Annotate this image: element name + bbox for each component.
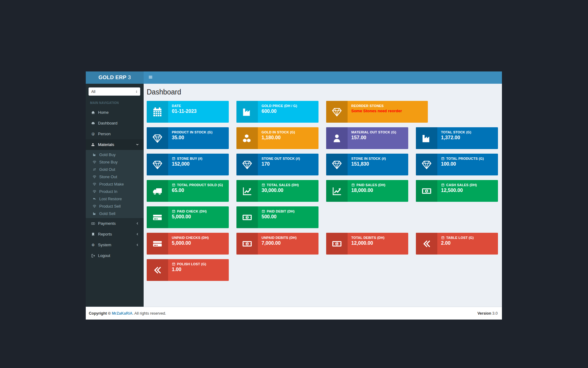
main-content: Dashboard DATE01-11-2023GOLD PRICE (DH /…: [144, 84, 502, 307]
infobox-value: Some Stones need reorder: [351, 109, 402, 113]
sidebar-item-payments[interactable]: Payments: [86, 218, 144, 229]
calendar-check-icon: [172, 183, 175, 187]
infobox-label-text: CASH SALES (DH): [446, 183, 477, 187]
infobox-body: TOTAL DEBITS (DH)12,000.00: [348, 233, 388, 255]
sidebar-subitem-product-in[interactable]: Product In: [86, 188, 144, 195]
svg-text:1: 1: [246, 242, 248, 245]
infobox-value: 12,000.00: [351, 240, 385, 246]
sidebar-item-label: Reports: [98, 232, 112, 236]
app-header: GOLD ERP 3: [86, 71, 502, 84]
sidebar-subitem-stone-out[interactable]: Stone Out: [86, 173, 144, 180]
infobox-body: TOTAL PRODUCT SOLD (G)65.00: [168, 180, 227, 202]
footer-rights: . All rights reserved.: [133, 311, 166, 316]
cubes-icon: [236, 127, 258, 149]
chevron-left-icon: [134, 243, 140, 247]
infobox-body: DATE01-11-2023: [168, 101, 200, 123]
infobox-label: UNPAID DEBITS (DH): [262, 236, 297, 240]
infobox-material-out-stock-g: MATERIAL OUT STOCK (G)157.00: [326, 127, 408, 149]
infobox-total-debits-dh: 1TOTAL DEBITS (DH)12,000.00: [326, 233, 408, 255]
infobox-label: TOTAL DEBITS (DH): [351, 236, 385, 240]
sidebar-subitem-stone-buy[interactable]: Stone Buy: [86, 158, 144, 166]
infobox-label: TOTAL PRODUCT SOLD (G): [172, 183, 223, 187]
infobox-value: 30,000.00: [262, 188, 299, 193]
infobox-label: STONE OUT STOCK (#): [262, 157, 300, 160]
infobox-label-text: STONE BUY (#): [177, 157, 202, 160]
infobox-label-text: UNPAID DEBITS (DH): [262, 236, 297, 240]
materials-submenu: Gold BuyStone BuyGold OutStone OutProduc…: [86, 150, 144, 218]
calendar-check-icon: [262, 209, 265, 213]
sidebar-nav: HomeDashboard@PersonMaterialsGold BuySto…: [86, 107, 144, 261]
sidebar-subitem-label: Gold Buy: [99, 152, 115, 157]
infobox-polish-lost-g: POLISH LOST (G)1.00: [147, 259, 229, 281]
page-title: Dashboard: [147, 88, 498, 96]
sidebar-item-system[interactable]: ⚙System: [86, 240, 144, 250]
infobox-label: PAID SALES (DH): [351, 183, 385, 187]
infobox-value: 7,000.00: [262, 240, 297, 246]
sidebar-item-reports[interactable]: Reports: [86, 229, 144, 240]
truck-icon: [147, 180, 168, 202]
sidebar-item-materials[interactable]: Materials: [86, 139, 144, 150]
calendar-check-icon: [441, 157, 445, 160]
exchange-icon: [92, 167, 97, 171]
footer-brand-link[interactable]: MrZaKaRiA: [112, 311, 132, 316]
at-icon: @: [90, 132, 96, 136]
sidebar-item-dashboard[interactable]: Dashboard: [86, 118, 144, 128]
gauge-icon: [90, 121, 96, 125]
diamond-icon: [416, 154, 437, 175]
desktop-background: GOLD ERP 3 All MAIN NAVIGATION HomeDashb…: [0, 0, 588, 368]
infobox-total-product-sold-g: TOTAL PRODUCT SOLD (G)65.00: [147, 180, 229, 202]
sidebar-item-home[interactable]: Home: [86, 107, 144, 118]
sidebar-subitem-gold-out[interactable]: Gold Out: [86, 166, 144, 173]
sidebar-subitem-product-make[interactable]: Product Make: [86, 180, 144, 188]
sidebar-toggle-button[interactable]: [144, 71, 157, 84]
svg-text:1: 1: [426, 189, 428, 193]
sidebar-subitem-gold-sell[interactable]: Gold Sell: [86, 210, 144, 217]
infobox-value: 12,500.00: [441, 188, 477, 193]
sidebar-item-label: Materials: [98, 142, 114, 147]
infobox-label: GOLD IN STOCK (G): [262, 130, 295, 134]
chevron-left-icon: [134, 222, 140, 225]
infobox-label-text: PRODUCT IN STOCK (G): [172, 130, 213, 134]
svg-text:@: @: [92, 132, 95, 136]
infobox-value: 151,830: [351, 161, 386, 167]
infobox-body: PAID DEBIT (DH)500.00: [258, 206, 298, 228]
infobox-row: TOTAL PRODUCT SOLD (G)65.00TOTAL SALES (…: [147, 180, 498, 202]
infobox-label-text: PAID DEBIT (DH): [267, 209, 295, 213]
sidebar-item-label: System: [98, 243, 111, 247]
infobox-value: 2.00: [441, 240, 474, 246]
infobox-body: MATERIAL OUT STOCK (G)157.00: [348, 127, 400, 149]
sidebar-item-person[interactable]: @Person: [86, 128, 144, 139]
infobox-label-text: TOTAL PRODUCT SOLD (G): [177, 183, 223, 187]
sidebar-subitem-label: Gold Out: [99, 167, 115, 172]
diamond-icon: [92, 190, 97, 194]
infobox-body: GOLD PRICE (DH / G)600.00: [258, 101, 301, 123]
filter-select[interactable]: All: [89, 87, 140, 96]
sidebar-item-label: Logout: [98, 253, 110, 258]
infobox-row: DATE01-11-2023GOLD PRICE (DH / G)600.00R…: [147, 101, 498, 123]
infobox-unpaid-checks-dh: UNPAID CHECKS (DH)5,000.00: [147, 233, 229, 255]
infobox-body: POLISH LOST (G)1.00: [168, 259, 210, 281]
sidebar-item-label: Home: [98, 110, 109, 115]
infobox-label-text: GOLD IN STOCK (G): [262, 130, 295, 134]
app-logo[interactable]: GOLD ERP 3: [86, 71, 144, 84]
sidebar-subitem-gold-buy[interactable]: Gold Buy: [86, 151, 144, 158]
infobox-body: UNPAID DEBITS (DH)7,000.00: [258, 233, 300, 255]
cubes-icon: [90, 143, 96, 147]
diamond-icon: [92, 182, 97, 186]
gold-erp-window: GOLD ERP 3 All MAIN NAVIGATION HomeDashb…: [86, 71, 502, 320]
banknote-icon: 1: [416, 180, 437, 202]
chevron-left-icon: [134, 232, 140, 236]
infobox-body: UNPAID CHECKS (DH)5,000.00: [168, 233, 213, 255]
sidebar-subitem-product-sell[interactable]: Product Sell: [86, 202, 144, 210]
diamond-icon: [92, 160, 97, 164]
infobox-body: TOTAL PRODUCTS (G)100.00: [437, 154, 488, 175]
sidebar-item-logout[interactable]: Logout: [86, 250, 144, 261]
infobox-label-text: DATE: [172, 104, 181, 108]
infobox-body: TOTAL SALES (DH)30,000.00: [258, 180, 303, 202]
banknote-icon: 1: [236, 233, 258, 255]
sidebar-subitem-label: Product In: [99, 189, 117, 194]
infobox-row: POLISH LOST (G)1.00: [147, 259, 498, 281]
infobox-label-text: TABLE LOST (G): [446, 236, 474, 240]
sidebar-subitem-lost-restore[interactable]: Lost Restore: [86, 195, 144, 202]
infobox-total-sales-dh: TOTAL SALES (DH)30,000.00: [236, 180, 318, 202]
